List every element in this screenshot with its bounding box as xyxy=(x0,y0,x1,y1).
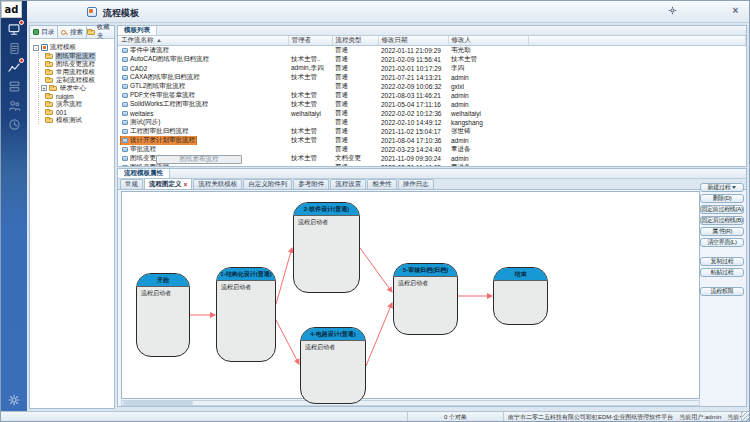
cell: weihaitaiyi xyxy=(448,109,528,118)
workflow-icon xyxy=(122,48,128,53)
action-button[interactable]: 新建过程 xyxy=(700,183,744,192)
cell: weitaies xyxy=(118,109,288,118)
cell: 2021-08-04 17:10:36 xyxy=(378,136,448,145)
tree-item[interactable]: +研发中心 xyxy=(41,84,112,92)
flow-edge[interactable] xyxy=(276,320,299,364)
cell-filler xyxy=(528,136,746,145)
flow-node-n2[interactable]: 2-软件设计(普通)流程启动者 xyxy=(293,202,360,293)
sidebar-tab-label: 收藏夹 xyxy=(97,23,114,41)
sidebar-tab-search[interactable]: 搜索 xyxy=(58,26,86,38)
resize-grip[interactable] xyxy=(742,412,750,422)
settings-icon[interactable] xyxy=(6,392,23,407)
properties-tab[interactable]: 自定义附件列 xyxy=(243,179,292,189)
action-button-label: 新建过程 xyxy=(708,183,731,192)
properties-label: 流程模板属性 xyxy=(118,169,170,178)
document-icon[interactable] xyxy=(6,41,23,56)
flowchart-canvas[interactable]: 开始流程启动者1-结构化设计(普通)流程启动者2-软件设计(普通)流程启动者4-… xyxy=(121,191,700,399)
action-button[interactable]: 固定后过程线(B) xyxy=(700,216,744,225)
workflow-icon xyxy=(122,120,128,125)
flow-edge[interactable] xyxy=(360,248,392,292)
close-tab-icon[interactable]: × xyxy=(184,181,188,188)
table-row[interactable]: 设计开发计划审批流程技术主管普通2021-08-04 17:10:36admin xyxy=(118,136,746,145)
workflow-name-label: 零件申请流程 xyxy=(130,46,169,55)
cell: 普通 xyxy=(332,64,378,73)
table-row[interactable]: weitaiesweihaitaiyi普通2022-02-02 10:12:36… xyxy=(118,109,746,118)
table-row[interactable]: SolidWorks工程图审批流程技术主管普通2021-05-04 17:11:… xyxy=(118,100,746,109)
tasks-icon[interactable] xyxy=(6,79,23,94)
monitor-icon[interactable] xyxy=(6,22,23,37)
table-row[interactable]: 零件申请流程普通2022-01-11 21:09:29韦光勤 xyxy=(118,46,746,56)
settings-icon[interactable] xyxy=(668,6,677,15)
users-icon[interactable] xyxy=(6,98,23,113)
column-header[interactable]: 管理者 xyxy=(288,36,332,46)
flow-node-n4[interactable]: 4-电路设计(普通)流程启动者 xyxy=(300,327,366,404)
properties-tab-label: 流程设置 xyxy=(335,180,361,189)
properties-tab[interactable]: 操作日志 xyxy=(398,179,434,189)
action-button[interactable]: 粘贴过程 xyxy=(700,268,744,277)
tree-item-label: 001 xyxy=(55,109,68,116)
cell xyxy=(288,163,332,167)
table-row[interactable]: GTL2图纸审批流程普通2022-02-09 10:06:32gxlxl xyxy=(118,82,746,91)
column-header[interactable]: 工作流名称 xyxy=(118,36,288,46)
properties-tab[interactable]: 相关性 xyxy=(367,179,397,189)
directory-icon xyxy=(33,29,39,35)
cell: 技术主管 xyxy=(288,73,332,82)
flow-edge[interactable] xyxy=(276,248,292,304)
table-row[interactable]: 工程图审批归档流程技术主管普通2021-11-02 15:04:17张世铸 xyxy=(118,127,746,136)
properties-tab[interactable]: 流程图定义× xyxy=(144,178,192,189)
expand-icon[interactable]: + xyxy=(41,85,47,91)
workflow-icon xyxy=(122,165,128,167)
maximize-icon[interactable] xyxy=(710,6,719,15)
cell: 技术主管 xyxy=(288,154,332,163)
app-window: ad 流程模板 × 目录搜索收藏夹 - 流程模板 图纸审批流程图纸变更流程常用流… xyxy=(0,0,750,422)
tree-item[interactable]: 模板测试 xyxy=(41,116,112,124)
table-row[interactable]: PDF文件审批签章流程技术主管普通2021-08-03 11:46:21admi… xyxy=(118,91,746,100)
cell: 设计开发计划审批流程 xyxy=(118,136,288,145)
sidebar-tab-directory[interactable]: 目录 xyxy=(30,26,58,38)
cell: 技术主管 xyxy=(288,100,332,109)
table-row[interactable]: CAD2admin,李四普通2021-02-01 10:17:29李四 xyxy=(118,64,746,73)
action-button[interactable]: 复制过程 xyxy=(700,257,744,266)
flow-node-n1[interactable]: 1-结构化设计(普通)流程启动者 xyxy=(216,267,276,362)
sidebar-tab-favorites[interactable]: 收藏夹 xyxy=(87,26,114,38)
cell: admin,李四 xyxy=(288,64,332,73)
properties-tab[interactable]: 常规 xyxy=(120,179,143,189)
close-icon[interactable]: × xyxy=(731,6,740,15)
chart-icon[interactable] xyxy=(6,60,23,75)
tree-item[interactable]: 演示流程 xyxy=(41,100,112,108)
properties-tab[interactable]: 流程设置 xyxy=(330,179,366,189)
action-button-label: 粘贴过程 xyxy=(711,268,734,277)
column-header[interactable]: 修改人 xyxy=(448,36,528,46)
cell: admin xyxy=(448,73,528,82)
action-button-label: 流程权限 xyxy=(711,287,734,296)
cell-filler xyxy=(528,82,746,91)
collapse-icon[interactable]: - xyxy=(33,45,39,51)
table-row[interactable]: 测试(同步)普通2022-02-10 14:49:12kangshang xyxy=(118,118,746,127)
action-button[interactable]: 属 性(R) xyxy=(700,227,744,236)
cell: kangshang xyxy=(448,118,528,127)
action-button[interactable]: 删除(D) xyxy=(700,194,744,203)
workflow-icon xyxy=(122,111,128,116)
flow-edge[interactable] xyxy=(366,303,392,366)
cell-filler xyxy=(528,118,746,127)
cell: 2021-05-04 17:11:16 xyxy=(378,100,448,109)
table-row[interactable]: 审批流程普通2022-03-23 14:24:40覃进备 xyxy=(118,145,746,154)
column-header[interactable]: 流程类型 xyxy=(332,36,378,46)
workflow-icon xyxy=(122,129,128,134)
action-button[interactable]: 固定前过程线(A) xyxy=(700,205,744,214)
minimize-icon[interactable] xyxy=(689,6,698,15)
history-icon[interactable] xyxy=(6,117,23,132)
workflow-name-label: GTL2图纸审批流程 xyxy=(130,82,185,91)
flow-node-start[interactable]: 开始流程启动者 xyxy=(136,273,190,357)
flow-node-end[interactable]: 结束 xyxy=(493,267,548,325)
properties-tab[interactable]: 流程关联模板 xyxy=(193,179,242,189)
flow-node-n5[interactable]: 5-审核归档(归档)流程启动者 xyxy=(393,263,458,335)
table-row[interactable]: AutoCAD图纸审批归档流程技术主管..普通2021-02-09 11:56:… xyxy=(118,55,746,64)
action-button[interactable]: 清空界面(L) xyxy=(700,238,744,247)
column-header[interactable]: 修改日期 xyxy=(378,36,448,46)
action-button[interactable]: 流程权限 xyxy=(700,287,744,296)
properties-tab[interactable]: 参考附件 xyxy=(293,179,329,189)
canvas-hscrollbar[interactable] xyxy=(121,400,700,406)
hscroll-thumb[interactable] xyxy=(123,401,193,405)
table-row[interactable]: CAXA图纸审批归档流程技术主管普通2021-07-21 14:13:21adm… xyxy=(118,73,746,82)
